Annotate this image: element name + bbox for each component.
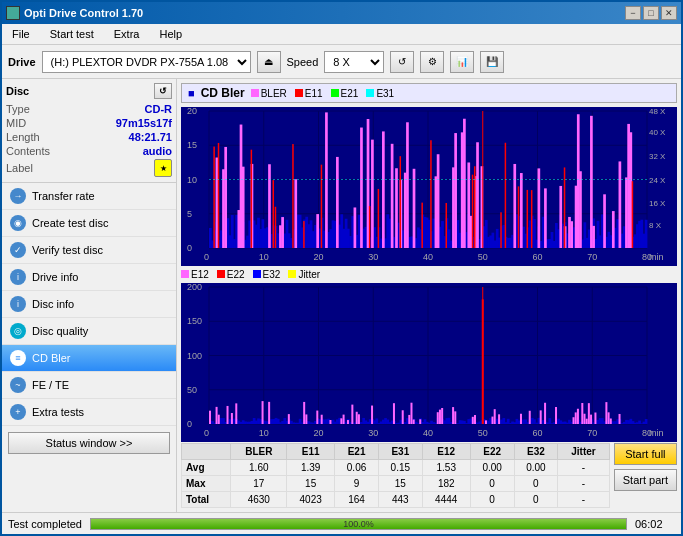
status-window-button[interactable]: Status window >>: [8, 432, 170, 454]
time-text: 06:02: [635, 518, 675, 530]
report-button[interactable]: 📊: [450, 51, 474, 73]
stats-total-label: Total: [182, 492, 231, 508]
refresh-button[interactable]: ↺: [390, 51, 414, 73]
disc-refresh-button[interactable]: ↺: [154, 83, 172, 99]
menu-bar: File Start test Extra Help: [2, 24, 681, 45]
label-icon[interactable]: ★: [154, 159, 172, 177]
stats-avg-e32: 0.00: [514, 460, 558, 476]
menu-start-test[interactable]: Start test: [44, 26, 100, 42]
nav-create-test-disc[interactable]: ◉ Create test disc: [2, 210, 176, 237]
drive-selector: (H:) PLEXTOR DVDR PX-755A 1.08: [42, 51, 251, 73]
extra-tests-icon: +: [10, 404, 26, 420]
nav-extra-tests[interactable]: + Extra tests: [2, 399, 176, 426]
menu-extra[interactable]: Extra: [108, 26, 146, 42]
stats-avg-e22: 0.00: [470, 460, 514, 476]
type-value: CD-R: [145, 103, 173, 115]
nav-transfer-rate[interactable]: → Transfer rate: [2, 183, 176, 210]
legend-e32: E32: [253, 269, 281, 280]
nav-verify-test-disc-label: Verify test disc: [32, 244, 103, 256]
right-panel: ■ CD Bler BLER E11 E21: [177, 79, 681, 512]
legend-e11: E11: [295, 88, 323, 99]
nav-fe-te[interactable]: ~ FE / TE: [2, 372, 176, 399]
start-full-button[interactable]: Start full: [614, 443, 677, 465]
stats-max-e22: 0: [470, 476, 514, 492]
title-bar: Opti Drive Control 1.70 − □ ✕: [2, 2, 681, 24]
title-bar-content: Opti Drive Control 1.70: [6, 6, 143, 20]
nav-disc-quality-label: Disc quality: [32, 325, 88, 337]
stats-avg-e12: 1.53: [422, 460, 470, 476]
disc-panel: Disc ↺ Type CD-R MID 97m15s17f Length 48…: [2, 79, 176, 183]
nav-disc-info-label: Disc info: [32, 298, 74, 310]
stats-max-e31: 15: [378, 476, 422, 492]
bottom-chart-container: [181, 283, 677, 442]
drive-info-icon: i: [10, 269, 26, 285]
nav-transfer-rate-label: Transfer rate: [32, 190, 95, 202]
chart-icon: ■: [188, 87, 195, 99]
speed-dropdown[interactable]: 8 X: [324, 51, 384, 73]
length-value: 48:21.71: [129, 131, 172, 143]
eject-button[interactable]: ⏏: [257, 51, 281, 73]
legend-e12: E12: [181, 269, 209, 280]
stats-total-bler: 4630: [231, 492, 287, 508]
legend-e11-label: E11: [305, 88, 323, 99]
nav-disc-info[interactable]: i Disc info: [2, 291, 176, 318]
legend-e21-label: E21: [341, 88, 359, 99]
legend-e31: E31: [366, 88, 394, 99]
top-chart: [181, 107, 677, 266]
stats-max-e32: 0: [514, 476, 558, 492]
stats-total-e12: 4444: [422, 492, 470, 508]
sidebar: Disc ↺ Type CD-R MID 97m15s17f Length 48…: [2, 79, 177, 512]
toolbar: Drive (H:) PLEXTOR DVDR PX-755A 1.08 ⏏ S…: [2, 45, 681, 79]
mid-label: MID: [6, 117, 26, 129]
contents-value: audio: [143, 145, 172, 157]
window-controls: − □ ✕: [625, 6, 677, 20]
stats-avg-jitter: -: [558, 460, 609, 476]
disc-length-row: Length 48:21.71: [6, 130, 172, 144]
menu-file[interactable]: File: [6, 26, 36, 42]
close-button[interactable]: ✕: [661, 6, 677, 20]
progress-text: 100.0%: [91, 519, 626, 529]
disc-info: Type CD-R MID 97m15s17f Length 48:21.71 …: [6, 102, 172, 178]
stats-max-bler: 17: [231, 476, 287, 492]
save-button[interactable]: 💾: [480, 51, 504, 73]
drive-dropdown[interactable]: (H:) PLEXTOR DVDR PX-755A 1.08: [42, 51, 251, 73]
config-button[interactable]: ⚙: [420, 51, 444, 73]
chart-title-bar: ■ CD Bler BLER E11 E21: [181, 83, 677, 103]
legend-e22-label: E22: [227, 269, 245, 280]
maximize-button[interactable]: □: [643, 6, 659, 20]
stats-col-e12: E12: [422, 444, 470, 460]
nav-verify-test-disc[interactable]: ✓ Verify test disc: [2, 237, 176, 264]
nav-drive-info[interactable]: i Drive info: [2, 264, 176, 291]
bottom-chart: [181, 283, 677, 442]
legend-e32-label: E32: [263, 269, 281, 280]
drive-label: Drive: [8, 56, 36, 68]
stats-avg-e31: 0.15: [378, 460, 422, 476]
fe-te-icon: ~: [10, 377, 26, 393]
stats-max-label: Max: [182, 476, 231, 492]
nav-create-test-disc-label: Create test disc: [32, 217, 108, 229]
length-label: Length: [6, 131, 40, 143]
disc-mid-row: MID 97m15s17f: [6, 116, 172, 130]
stats-max-e12: 182: [422, 476, 470, 492]
minimize-button[interactable]: −: [625, 6, 641, 20]
charts-column: E12 E22 E32 Jitter: [181, 107, 677, 508]
stats-col-e31: E31: [378, 444, 422, 460]
stats-avg-bler: 1.60: [231, 460, 287, 476]
stats-col-e11: E11: [287, 444, 335, 460]
stats-max-jitter: -: [558, 476, 609, 492]
chart-title: CD Bler: [201, 86, 245, 100]
legend-bler-dot: [251, 89, 259, 97]
nav-disc-quality[interactable]: ◎ Disc quality: [2, 318, 176, 345]
legend-bler: BLER: [251, 88, 287, 99]
disc-header: Disc ↺: [6, 83, 172, 99]
start-part-button[interactable]: Start part: [614, 469, 677, 491]
stats-avg-e11: 1.39: [287, 460, 335, 476]
create-test-disc-icon: ◉: [10, 215, 26, 231]
stats-col-bler: BLER: [231, 444, 287, 460]
stats-max-row: Max 17 15 9 15 182 0 0 -: [182, 476, 610, 492]
legend-e12-dot: [181, 270, 189, 278]
stats-col-jitter: Jitter: [558, 444, 609, 460]
nav-cd-bler-label: CD Bler: [32, 352, 71, 364]
menu-help[interactable]: Help: [153, 26, 188, 42]
nav-cd-bler[interactable]: ≡ CD Bler: [2, 345, 176, 372]
